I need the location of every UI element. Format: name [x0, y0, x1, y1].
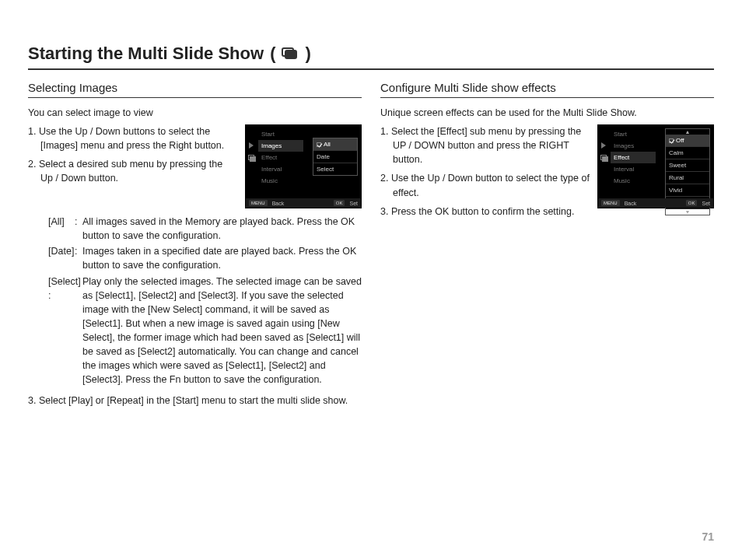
set-label: Set	[349, 201, 358, 206]
left-device-screen: Start Images Effect Interval Music All D…	[245, 124, 362, 208]
screen-bottom-bar: MENU Back OK Set	[598, 198, 713, 208]
def-colon: :	[75, 244, 82, 272]
menu-item-images[interactable]: Images	[611, 140, 656, 152]
right-steps-and-screen: 1. Select the [Effect] sub menu by press…	[380, 124, 714, 223]
back-label: Back	[272, 201, 285, 206]
play-icon	[601, 142, 606, 149]
set-button[interactable]: OK	[686, 200, 698, 206]
def-all-key: [All]	[28, 215, 75, 243]
check-icon	[669, 138, 674, 143]
def-colon: :	[75, 215, 82, 243]
columns: Selecting Images You can select image to…	[28, 81, 714, 408]
screen-iconbar	[598, 125, 609, 200]
def-all-val: All images saved in the Memory are playe…	[82, 215, 362, 243]
submenu-label: Date	[317, 153, 330, 160]
left-step-1: 1. Use the Up / Down buttons to select t…	[28, 124, 237, 152]
page-number: 71	[702, 530, 714, 543]
submenu-item-sweet[interactable]: Sweet	[666, 159, 709, 172]
back-label: Back	[625, 201, 637, 206]
submenu-item-off[interactable]: Off	[666, 135, 709, 147]
submenu-item-select[interactable]: Select	[313, 163, 357, 175]
back-button[interactable]: MENU	[601, 200, 620, 206]
paren-close: )	[305, 44, 310, 64]
chevron-up-icon[interactable]: ▲	[666, 129, 709, 135]
submenu-label: Vivid	[669, 187, 682, 194]
menu-item-effect[interactable]: Effect	[611, 152, 656, 163]
right-step-1: 1. Select the [Effect] sub menu by press…	[380, 124, 590, 166]
submenu-label: All	[324, 141, 331, 148]
def-select-key: [Select] :	[28, 275, 82, 387]
stack-icon	[248, 155, 254, 161]
menu-item-effect[interactable]: Effect	[258, 152, 303, 163]
def-select: [Select] : Play only the selected images…	[28, 275, 362, 387]
right-intro: Unique screen effects can be used for th…	[380, 107, 714, 118]
submenu-item-all[interactable]: All	[313, 138, 357, 151]
slideshow-icon	[282, 47, 299, 60]
left-heading: Selecting Images	[28, 81, 362, 98]
left-column: Selecting Images You can select image to…	[28, 81, 362, 408]
menu-item-music[interactable]: Music	[611, 175, 656, 187]
def-select-val: Play only the selected images. The selec…	[82, 275, 362, 387]
definition-list: [All] : All images saved in the Memory a…	[28, 215, 362, 387]
menu-item-start[interactable]: Start	[258, 128, 303, 140]
page-title: Starting the Multi Slide Show	[28, 44, 264, 64]
submenu-label: Select	[317, 166, 334, 173]
screen-submenu: All Date Select	[313, 138, 358, 176]
menu-item-images[interactable]: Images	[258, 140, 303, 152]
submenu-label: Calm	[669, 149, 684, 156]
left-steps-narrow: 1. Use the Up / Down buttons to select t…	[28, 124, 237, 208]
screen-menu: Start Images Effect Interval Music	[611, 128, 656, 187]
left-step-2: 2. Select a desired sub menu by pressing…	[28, 157, 237, 185]
stack-icon	[600, 155, 607, 161]
menu-item-music[interactable]: Music	[258, 175, 303, 187]
page: Starting the Multi Slide Show ( ) Select…	[0, 0, 742, 560]
set-label: Set	[702, 201, 710, 206]
left-intro: You can select image to view	[28, 107, 362, 118]
left-step-3: 3. Select [Play] or [Repeat] in the [Sta…	[28, 394, 362, 408]
submenu-item-calm[interactable]: Calm	[666, 147, 709, 159]
screen-menu: Start Images Effect Interval Music	[258, 128, 303, 187]
left-steps-and-screen: 1. Use the Up / Down buttons to select t…	[28, 124, 362, 208]
menu-item-interval[interactable]: Interval	[258, 163, 303, 175]
screen-bottom-bar: MENU Back OK Set	[246, 198, 361, 208]
right-heading: Configure Multi Slide show effects	[380, 81, 714, 98]
set-button[interactable]: OK	[334, 200, 345, 206]
right-steps: 1. Select the [Effect] sub menu by press…	[380, 124, 590, 223]
back-button[interactable]: MENU	[249, 200, 268, 206]
def-all: [All] : All images saved in the Memory a…	[28, 215, 362, 243]
right-step-2: 2. Use the Up / Down button to select th…	[380, 171, 590, 199]
right-column: Configure Multi Slide show effects Uniqu…	[380, 81, 714, 408]
right-device-screen: Start Images Effect Interval Music ▲ Off…	[597, 124, 714, 208]
play-icon	[249, 142, 254, 149]
def-date-val: Images taken in a specified date are pla…	[82, 244, 362, 272]
check-icon	[317, 142, 321, 147]
menu-item-start[interactable]: Start	[611, 128, 656, 140]
submenu-label: Rural	[669, 174, 684, 181]
menu-item-interval[interactable]: Interval	[611, 163, 656, 175]
right-step-3: 3. Press the OK button to confirm the se…	[380, 205, 590, 219]
submenu-item-date[interactable]: Date	[313, 151, 357, 163]
submenu-item-vivid[interactable]: Vivid	[666, 184, 709, 197]
page-title-row: Starting the Multi Slide Show ( )	[28, 44, 714, 70]
submenu-label: Sweet	[669, 162, 686, 169]
chevron-down-icon[interactable]: ▼	[666, 209, 709, 215]
paren-open: (	[270, 44, 275, 64]
def-date: [Date] : Images taken in a specified dat…	[28, 244, 362, 272]
submenu-item-rural[interactable]: Rural	[666, 172, 709, 184]
def-date-key: [Date]	[28, 244, 75, 272]
submenu-label: Off	[676, 137, 684, 144]
screen-iconbar	[246, 125, 257, 200]
